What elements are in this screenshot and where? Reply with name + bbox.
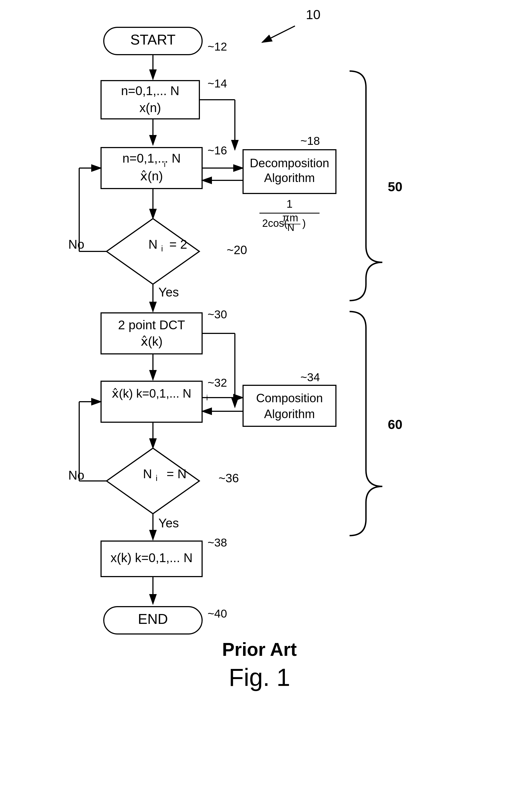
ref-12: ~12 [207,40,227,53]
formula-numerator: 1 [287,198,292,210]
decision1-no: No [68,237,84,251]
comp-algo-line2: Algorithm [264,407,315,421]
ref-38: ~38 [207,536,227,549]
prior-art-label: Prior Art [222,639,296,660]
input-line1: n=0,1,... N [121,84,179,98]
decision1-label: N [148,237,157,251]
ref-14: ~14 [207,77,227,90]
decision2-eq: = N [167,467,186,481]
bracket-60-label: 60 [388,417,402,432]
decision1-eq: = 2 [169,237,187,251]
decision2-yes: Yes [158,516,179,530]
ref-36: ~36 [219,471,239,485]
bracket-50 [350,71,382,301]
comp-box-label: x̂(k) k=0,1,... N [112,387,191,400]
decision2-sub: i [156,473,158,483]
decomp-box-line1: n=0,1,... N [123,151,181,165]
decomp-algo-line2: Algorithm [264,171,315,185]
ref-20: ~20 [227,243,247,257]
decision1-sub: i [161,244,163,253]
figure-label: Fig. 1 [228,664,290,691]
input-line2: x(n) [139,101,161,115]
ref-40: ~40 [207,607,227,620]
decomp-algo-line1: Decomposition [250,156,329,170]
dct-line2: x̂(k) [141,334,163,348]
svg-line-0 [262,26,295,42]
decision2-no: No [68,468,84,482]
decision1-yes: Yes [158,285,179,299]
ref-34: ~34 [301,371,320,384]
decomp-box-line2: x̂(n) [140,169,163,183]
decision1-diamond [107,219,199,284]
output-label: x(k) k=0,1,... N [111,551,193,565]
decision2-diamond [107,448,199,514]
decomp-box-sub1: i [164,160,165,169]
ref-30: ~30 [207,308,227,321]
end-label: END [138,611,168,627]
bracket-60 [350,312,382,536]
ref-10: 10 [306,7,320,22]
ref-16: ~16 [207,144,227,157]
formula-paren: ) [302,217,306,229]
dct-line1: 2 point DCT [118,318,185,332]
ref-18: ~18 [301,134,320,147]
comp-algo-line1: Composition [256,391,323,405]
diagram-container: 10 ~12 START ~14 n=0,1,... N x(n) ~16 n=… [0,0,532,787]
formula-n: N [287,222,294,233]
decision2-label: N [143,467,152,481]
bracket-50-label: 50 [388,179,402,194]
start-label: START [130,32,176,47]
ref-32: ~32 [207,376,227,389]
